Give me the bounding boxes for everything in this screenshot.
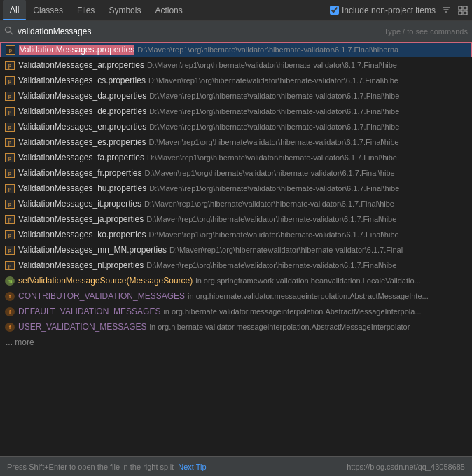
search-input[interactable] — [18, 27, 380, 36]
item-name: ValidationMessages_es.properties — [18, 137, 146, 147]
tab-all[interactable]: All — [3, 0, 26, 20]
table-row[interactable]: p ValidationMessages_cs.properties D:\Ma… — [0, 73, 472, 88]
table-row[interactable]: p ValidationMessages_it.properties D:\Ma… — [0, 196, 472, 211]
table-row[interactable]: p ValidationMessages_mn_MN.properties D:… — [0, 242, 472, 258]
table-row[interactable]: f USER_VALIDATION_MESSAGES in org.hibern… — [0, 319, 472, 335]
item-path: D:\Maven\rep1\org\hibernate\validator\hi… — [146, 261, 396, 270]
table-row[interactable]: f CONTRIBUTOR_VALIDATION_MESSAGES in org… — [0, 288, 472, 304]
svg-rect-5 — [459, 11, 462, 15]
search-hint: Type / to see commands — [384, 27, 468, 36]
file-icon: p — [4, 76, 15, 85]
item-path: D:\Maven\rep1\org\hibernate\validator\hi… — [149, 230, 399, 239]
field-location: in org.hibernate.validator.messageinterp… — [188, 292, 429, 300]
search-icon — [4, 26, 13, 37]
file-icon: p — [4, 60, 15, 70]
tab-files[interactable]: Files — [70, 0, 102, 20]
method-name: setValidationMessageSource(MessageSource… — [18, 276, 193, 286]
item-name: ValidationMessages_fa.properties — [18, 153, 144, 162]
method-icon: m — [4, 276, 15, 286]
bottom-url: https://blog.csdn.net/qq_43058685 — [347, 463, 465, 471]
item-path: D:\Maven\rep1\org\hibernate\validator\hi… — [147, 153, 397, 162]
include-non-project-checkbox[interactable]: Include non-project items — [330, 6, 436, 15]
item-name: ValidationMessages_ja.properties — [18, 214, 144, 224]
svg-point-7 — [6, 27, 11, 32]
table-row[interactable]: f DEFAULT_VALIDATION_MESSAGES in org.hib… — [0, 304, 472, 319]
item-name: ValidationMessages.properties — [19, 45, 134, 55]
table-row[interactable]: p ValidationMessages_nl.properties D:\Ma… — [0, 258, 472, 273]
table-row[interactable]: p ValidationMessages_ko.properties D:\Ma… — [0, 227, 472, 242]
field-location: in org.hibernate.validator.messageinterp… — [150, 323, 410, 331]
tab-classes[interactable]: Classes — [26, 0, 70, 20]
item-path: D:\Maven\rep1\org\hibernate\validator\hi… — [149, 184, 399, 192]
file-icon: p — [4, 214, 15, 224]
file-icon: p — [4, 260, 15, 270]
item-path: D:\Maven\rep1\org\hibernate\validator\hi… — [145, 169, 395, 177]
field-icon: f — [4, 307, 15, 316]
item-path: D:\Maven\rep1\org\hibernate\validator\hi… — [149, 92, 399, 100]
item-name: ValidationMessages_ar.properties — [18, 60, 144, 70]
svg-line-8 — [11, 31, 13, 34]
file-icon: p — [4, 199, 15, 209]
item-path: D:\Maven\rep1\org\hibernate\validator\hi… — [149, 138, 399, 146]
search-bar: Type / to see commands — [0, 21, 472, 42]
item-path: D:\Maven\rep1\org\hibernate\validator\hi… — [147, 61, 397, 69]
item-path: D:\Maven\rep1\org\hibernate\validator\hi… — [137, 46, 398, 54]
table-row[interactable]: p ValidationMessages_en.properties D:\Ma… — [0, 119, 472, 134]
svg-rect-4 — [464, 6, 467, 10]
file-icon: p — [4, 183, 15, 193]
field-name: DEFAULT_VALIDATION_MESSAGES — [18, 307, 160, 316]
table-row[interactable]: p ValidationMessages_de.properties D:\Ma… — [0, 104, 472, 119]
table-row[interactable]: p ValidationMessages_fa.properties D:\Ma… — [0, 150, 472, 165]
item-name: ValidationMessages_cs.properties — [18, 76, 146, 85]
item-path: D:\Maven\rep1\org\hibernate\validator\hi… — [169, 246, 403, 254]
top-nav: All Classes Files Symbols Actions Includ… — [0, 0, 472, 21]
item-path: D:\Maven\rep1\org\hibernate\validator\hi… — [146, 215, 396, 223]
svg-rect-6 — [464, 11, 467, 15]
item-name: ValidationMessages_ko.properties — [18, 230, 146, 239]
more-link[interactable]: ... more — [0, 335, 472, 350]
filter-icon[interactable] — [440, 4, 452, 17]
file-icon: p — [4, 230, 15, 239]
item-path: D:\Maven\rep1\org\hibernate\validator\hi… — [144, 200, 394, 208]
include-non-project-label: Include non-project items — [342, 6, 436, 15]
tab-symbols[interactable]: Symbols — [102, 0, 148, 20]
layout-icon[interactable] — [457, 4, 469, 17]
file-icon: p — [4, 106, 15, 116]
table-row[interactable]: p ValidationMessages_fr.properties D:\Ma… — [0, 165, 472, 181]
item-name: ValidationMessages_da.properties — [18, 91, 146, 101]
item-name: ValidationMessages_nl.properties — [18, 260, 144, 270]
item-name: ValidationMessages_it.properties — [18, 199, 141, 209]
file-icon: p — [5, 45, 16, 55]
file-icon: p — [4, 91, 15, 101]
item-path: D:\Maven\rep1\org\hibernate\validator\hi… — [148, 76, 398, 85]
file-icon: p — [4, 122, 15, 132]
file-icon: p — [4, 153, 15, 162]
table-row[interactable]: p ValidationMessages_es.properties D:\Ma… — [0, 134, 472, 150]
item-path: D:\Maven\rep1\org\hibernate\validator\hi… — [149, 122, 399, 131]
item-path: D:\Maven\rep1\org\hibernate\validator\hi… — [149, 107, 399, 115]
file-icon: p — [4, 168, 15, 178]
item-name: ValidationMessages_mn_MN.properties — [18, 245, 167, 255]
item-name: ValidationMessages_de.properties — [18, 106, 146, 116]
table-row[interactable]: p ValidationMessages_hu.properties D:\Ma… — [0, 181, 472, 196]
table-row[interactable]: p ValidationMessages_ja.properties D:\Ma… — [0, 211, 472, 227]
field-name: USER_VALIDATION_MESSAGES — [18, 322, 147, 332]
table-row[interactable]: p ValidationMessages_ar.properties D:\Ma… — [0, 57, 472, 73]
results-list: p ValidationMessages.properties D:\Maven… — [0, 42, 472, 442]
next-tip-link[interactable]: Next Tip — [178, 463, 206, 471]
table-row[interactable]: m setValidationMessageSource(MessageSour… — [0, 273, 472, 288]
file-icon: p — [4, 245, 15, 255]
bottom-bar: Press Shift+Enter to open the file in th… — [0, 456, 472, 476]
bottom-hint: Press Shift+Enter to open the file in th… — [7, 463, 207, 471]
table-row[interactable]: p ValidationMessages.properties D:\Maven… — [0, 42, 472, 57]
table-row[interactable]: p ValidationMessages_da.properties D:\Ma… — [0, 88, 472, 104]
field-icon: f — [4, 291, 15, 301]
field-icon: f — [4, 322, 15, 332]
item-name: ValidationMessages_en.properties — [18, 122, 146, 132]
file-icon: p — [4, 137, 15, 147]
field-location: in org.hibernate.validator.messageinterp… — [163, 307, 421, 316]
item-name: ValidationMessages_fr.properties — [18, 168, 142, 178]
svg-rect-3 — [459, 6, 462, 10]
tab-actions[interactable]: Actions — [148, 0, 189, 20]
item-name: ValidationMessages_hu.properties — [18, 183, 146, 193]
